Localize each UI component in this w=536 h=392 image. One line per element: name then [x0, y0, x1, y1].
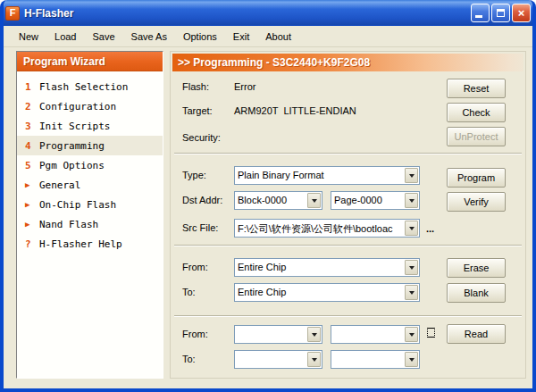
step-1-icon: 1: [25, 81, 39, 93]
sidebar-item-flash-selection[interactable]: 1 Flash Selection: [17, 77, 163, 96]
dropdown-arrow-icon[interactable]: [405, 193, 418, 208]
minimize-button[interactable]: [471, 4, 490, 22]
panel-title: >> Programming - S3C2440+K9F2G08: [172, 54, 523, 71]
read-to-page-select[interactable]: [331, 350, 420, 369]
sidebar-item-label: Programming: [39, 140, 105, 152]
dropdown-arrow-icon[interactable]: [307, 193, 321, 208]
minimize-icon: [475, 15, 482, 18]
sidebar-item-label: H-Flasher Help: [39, 238, 122, 250]
sidebar-item-general[interactable]: ▶ General: [17, 175, 163, 195]
menu-save[interactable]: Save: [85, 29, 123, 45]
menu-load[interactable]: Load: [46, 29, 84, 45]
section-divider: [174, 245, 522, 246]
menu-options[interactable]: Options: [175, 29, 225, 45]
step-2-icon: 2: [25, 101, 39, 113]
read-to-label: To:: [182, 354, 196, 364]
sidebar-item-help[interactable]: ? H-Flasher Help: [17, 234, 163, 254]
maximize-button[interactable]: [491, 4, 510, 22]
sidebar-item-init-scripts[interactable]: 3 Init Scripts: [17, 116, 163, 136]
dropdown-arrow-icon[interactable]: [405, 352, 418, 367]
close-button[interactable]: ×: [512, 4, 531, 22]
target-value: ARM920T LITTLE-ENDIAN: [234, 105, 356, 116]
section-divider: [174, 315, 522, 317]
read-from-block-select[interactable]: [234, 325, 322, 344]
flash-value: Error: [234, 81, 255, 92]
maximize-icon: [497, 9, 505, 17]
flash-label: Flash:: [182, 81, 209, 92]
erase-to-label: To:: [182, 287, 196, 297]
step-4-icon: 4: [25, 140, 39, 152]
programming-panel: >> Programming - S3C2440+K9F2G08 Flash: …: [170, 51, 526, 379]
sidebar-item-on-chip-flash[interactable]: ▶ On-Chip Flash: [17, 195, 163, 214]
dropdown-arrow-icon[interactable]: [405, 168, 418, 183]
sidebar-item-label: Init Scripts: [39, 121, 110, 132]
dropdown-arrow-icon[interactable]: [405, 285, 418, 300]
target-label: Target:: [182, 105, 213, 116]
app-window: F H-Flasher × New Load Save Save As Opti…: [0, 0, 536, 392]
progress-indicator-icon: [427, 328, 435, 338]
browse-button[interactable]: ...: [426, 223, 434, 234]
sidebar-item-label: Configuration: [39, 101, 116, 113]
dropdown-arrow-icon[interactable]: [405, 260, 418, 275]
erase-to-select[interactable]: Entire Chip: [234, 283, 420, 302]
read-from-label: From:: [182, 329, 208, 339]
menu-bar: New Load Save Save As Options Exit About: [4, 26, 532, 47]
dropdown-arrow-icon[interactable]: [307, 327, 321, 342]
read-from-page-select[interactable]: [331, 325, 420, 344]
reset-button[interactable]: Reset: [447, 79, 506, 98]
dropdown-arrow-icon[interactable]: [405, 327, 418, 342]
menu-about[interactable]: About: [257, 29, 299, 45]
sidebar-item-programming[interactable]: 4 Programming: [17, 136, 163, 155]
step-5-icon: 5: [25, 160, 39, 171]
close-icon: ×: [518, 7, 525, 19]
sidebar-item-pgm-options[interactable]: 5 Pgm Options: [17, 155, 163, 175]
sidebar-item-label: Nand Flash: [39, 219, 98, 230]
type-select[interactable]: Plain Binary Format: [234, 166, 420, 185]
help-icon: ?: [25, 238, 39, 250]
arrow-right-icon: ▶: [25, 200, 39, 209]
arrow-right-icon: ▶: [25, 180, 39, 189]
read-button[interactable]: Read: [447, 324, 506, 344]
src-file-select[interactable]: F:\公司\软件资源\公司软件\bootloac: [234, 219, 420, 238]
dst-page-select[interactable]: Page-0000: [331, 191, 420, 210]
check-button[interactable]: Check: [447, 103, 506, 122]
erase-button[interactable]: Erase: [447, 258, 506, 278]
app-icon: F: [5, 6, 20, 21]
dst-addr-label: Dst Addr:: [182, 195, 222, 205]
security-label: Security:: [182, 132, 221, 143]
erase-from-label: From:: [182, 262, 208, 272]
menu-new[interactable]: New: [11, 29, 46, 45]
sidebar-header: Program Wizard: [17, 52, 163, 71]
arrow-right-icon: ▶: [25, 220, 39, 229]
src-file-label: Src File:: [182, 222, 218, 233]
sidebar-item-label: General: [39, 179, 80, 191]
erase-from-select[interactable]: Entire Chip: [234, 258, 420, 277]
verify-button[interactable]: Verify: [447, 192, 506, 212]
program-button[interactable]: Program: [447, 168, 506, 188]
read-to-block-select[interactable]: [234, 350, 322, 369]
dropdown-arrow-icon[interactable]: [405, 221, 418, 236]
step-3-icon: 3: [25, 121, 39, 132]
sidebar-item-label: On-Chip Flash: [39, 199, 116, 211]
sidebar-item-configuration[interactable]: 2 Configuration: [17, 96, 163, 116]
type-label: Type:: [182, 170, 206, 180]
sidebar-item-label: Pgm Options: [39, 160, 105, 171]
unprotect-button[interactable]: UnProtect: [447, 127, 506, 146]
sidebar-item-nand-flash[interactable]: ▶ Nand Flash: [17, 214, 163, 234]
title-bar[interactable]: F H-Flasher ×: [0, 0, 536, 26]
program-wizard-panel: Program Wizard 1 Flash Selection 2 Confi…: [16, 51, 163, 379]
menu-save-as[interactable]: Save As: [123, 29, 175, 45]
blank-button[interactable]: Blank: [447, 283, 506, 303]
section-divider: [174, 153, 522, 154]
window-title: H-Flasher: [24, 7, 73, 20]
dst-block-select[interactable]: Block-0000: [234, 191, 322, 210]
dropdown-arrow-icon[interactable]: [307, 352, 321, 367]
sidebar-item-label: Flash Selection: [39, 81, 128, 93]
menu-exit[interactable]: Exit: [225, 29, 257, 45]
